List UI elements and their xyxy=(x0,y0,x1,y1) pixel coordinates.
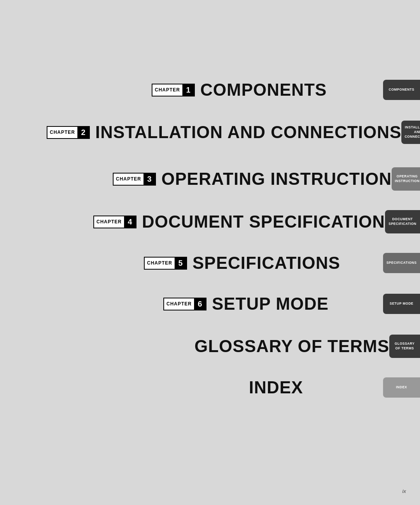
chapter-1-left: CHAPTER 1 COMPONENTS xyxy=(0,80,383,100)
chapter-num-4: 4 xyxy=(124,216,136,228)
chapter-3-tab[interactable]: OPERATINGINSTRUCTION xyxy=(392,167,420,191)
chapter-1-title: COMPONENTS xyxy=(200,80,327,100)
chapter-5-row[interactable]: CHAPTER 5 SPECIFICATIONS SPECIFICATIONS xyxy=(0,253,420,273)
page-number: ix xyxy=(402,488,406,494)
chapter-6-tab[interactable]: SETUP MODE xyxy=(383,294,420,314)
chapter-5-tab[interactable]: SPECIFICATIONS xyxy=(383,253,420,273)
chapter-word-2: CHAPTER xyxy=(47,127,77,138)
index-row[interactable]: INDEX INDEX xyxy=(0,377,420,398)
chapter-4-badge: CHAPTER 4 xyxy=(93,216,136,228)
page-container: CHAPTER 1 COMPONENTS COMPONENTS CHAPTER … xyxy=(0,0,420,505)
glossary-row[interactable]: GLOSSARY OF TERMS GLOSSARYOF TERMS xyxy=(0,335,420,358)
chapter-4-row[interactable]: CHAPTER 4 DOCUMENT SPECIFICATION DOCUMEN… xyxy=(0,210,420,233)
chapter-2-title: INSTALLATION AND CONNECTIONS xyxy=(95,123,401,142)
chapter-num-2: 2 xyxy=(77,127,89,138)
chapter-word-3: CHAPTER xyxy=(114,174,144,185)
chapter-5-left: CHAPTER 5 SPECIFICATIONS xyxy=(0,253,383,273)
chapter-word-5: CHAPTER xyxy=(145,258,175,269)
chapter-num-6: 6 xyxy=(194,298,206,310)
chapter-3-row[interactable]: CHAPTER 3 OPERATING INSTRUCTION OPERATIN… xyxy=(0,167,420,191)
chapter-4-left: CHAPTER 4 DOCUMENT SPECIFICATION xyxy=(0,212,385,231)
index-title: INDEX xyxy=(249,378,303,397)
chapter-3-title: OPERATING INSTRUCTION xyxy=(161,169,392,189)
chapter-word-1: CHAPTER xyxy=(152,84,182,96)
chapter-word-4: CHAPTER xyxy=(94,216,124,228)
chapter-3-left: CHAPTER 3 OPERATING INSTRUCTION xyxy=(0,169,392,189)
chapter-2-left: CHAPTER 2 INSTALLATION AND CONNECTIONS xyxy=(0,123,401,142)
chapter-3-badge: CHAPTER 3 xyxy=(113,173,156,186)
chapter-5-title: SPECIFICATIONS xyxy=(192,253,340,273)
chapter-1-row[interactable]: CHAPTER 1 COMPONENTS COMPONENTS xyxy=(0,80,420,100)
glossary-left: GLOSSARY OF TERMS xyxy=(0,337,389,356)
chapter-2-badge: CHAPTER 2 xyxy=(47,126,90,139)
chapter-1-badge: CHAPTER 1 xyxy=(152,84,195,96)
chapter-num-1: 1 xyxy=(182,84,194,96)
chapter-5-badge: CHAPTER 5 xyxy=(144,257,187,270)
glossary-title: GLOSSARY OF TERMS xyxy=(194,337,389,356)
chapter-1-tab[interactable]: COMPONENTS xyxy=(383,80,420,100)
index-tab[interactable]: INDEX xyxy=(383,377,420,398)
chapter-4-tab[interactable]: DOCUMENTSPECIFICATION xyxy=(385,210,420,233)
chapter-num-5: 5 xyxy=(175,258,186,269)
index-left: INDEX xyxy=(0,378,383,397)
chapter-6-title: SETUP MODE xyxy=(212,294,329,314)
chapter-2-row[interactable]: CHAPTER 2 INSTALLATION AND CONNECTIONS I… xyxy=(0,121,420,144)
chapter-num-3: 3 xyxy=(144,174,155,185)
chapter-2-tab[interactable]: INSTALLATION ANDCONNECTIONS xyxy=(401,121,420,144)
chapter-6-left: CHAPTER 6 SETUP MODE xyxy=(0,294,383,314)
chapter-6-badge: CHAPTER 6 xyxy=(163,298,206,310)
chapter-6-row[interactable]: CHAPTER 6 SETUP MODE SETUP MODE xyxy=(0,294,420,314)
glossary-tab[interactable]: GLOSSARYOF TERMS xyxy=(389,335,420,358)
chapter-4-title: DOCUMENT SPECIFICATION xyxy=(142,212,385,231)
chapter-word-6: CHAPTER xyxy=(164,298,194,310)
